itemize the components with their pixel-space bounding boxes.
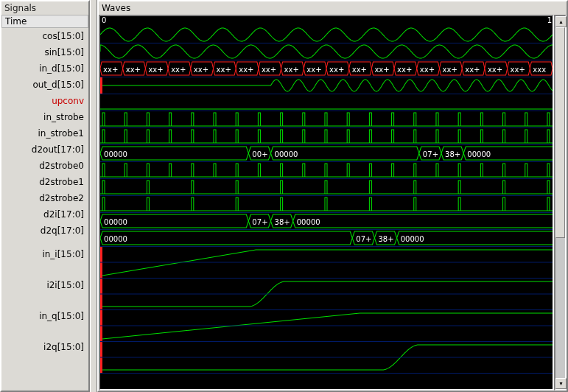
waveform-row[interactable]: 0000000+0000007+38+00000 — [100, 145, 553, 162]
signal-name[interactable]: sin[15:0] — [1, 44, 88, 60]
scroll-v-track[interactable] — [555, 27, 565, 378]
svg-text:00000: 00000 — [104, 235, 127, 243]
scrollbar-vertical[interactable]: ▴ ▾ — [554, 15, 567, 391]
waveform-row[interactable] — [100, 196, 553, 213]
signal-name[interactable]: in_strobe — [1, 109, 88, 125]
svg-text:xx+: xx+ — [329, 66, 344, 74]
scroll-v-thumb[interactable] — [555, 27, 565, 238]
signal-name[interactable]: cos[15:0] — [1, 28, 88, 44]
svg-text:00000: 00000 — [104, 150, 127, 158]
waveform-row[interactable] — [100, 342, 553, 374]
svg-text:38+: 38+ — [445, 150, 460, 158]
waveform-row[interactable] — [100, 279, 553, 310]
svg-text:07+: 07+ — [356, 235, 371, 243]
svg-text:xx+: xx+ — [148, 66, 163, 74]
waveform-row[interactable] — [100, 162, 553, 179]
waveform-row[interactable] — [100, 247, 553, 279]
waveform-row[interactable] — [100, 94, 553, 111]
signal-name[interactable]: d2i[17:0] — [1, 206, 88, 223]
ruler-end: 1 — [547, 16, 552, 24]
waves-area: 0 1 xx+xx+xx+xx+xx+xx+xx+xx+xx+xx+xx+xx+… — [99, 15, 567, 391]
waveform-row[interactable]: xx+xx+xx+xx+xx+xx+xx+xx+xx+xx+xx+xx+xx+x… — [100, 60, 553, 77]
svg-text:xx+: xx+ — [284, 66, 299, 74]
waveform-row[interactable] — [100, 111, 553, 128]
waves-panel: Waves 0 1 xx+xx+xx+xx+xx+xx+xx+xx+xx+xx+… — [97, 0, 568, 392]
signal-name[interactable]: upconv — [1, 93, 88, 109]
scroll-up-icon[interactable]: ▴ — [555, 16, 567, 27]
waveform-row[interactable] — [100, 77, 553, 94]
waveform-row[interactable]: 0000007+38+00000 — [100, 213, 553, 230]
svg-text:xx+: xx+ — [443, 66, 457, 74]
signal-name[interactable]: d2q[17:0] — [1, 223, 88, 239]
svg-text:07+: 07+ — [423, 150, 438, 158]
svg-text:xx+: xx+ — [397, 66, 412, 74]
pane-divider[interactable] — [90, 0, 97, 392]
signal-list[interactable]: cos[15:0]sin[15:0]in_d[15:0]out_d[15:0]u… — [1, 28, 88, 391]
svg-text:xx+: xx+ — [239, 66, 253, 74]
svg-text:xx+: xx+ — [103, 66, 118, 74]
svg-text:xx+: xx+ — [262, 66, 276, 74]
signal-name[interactable]: d2strobe0 — [1, 158, 88, 174]
time-header[interactable]: Time — [1, 15, 88, 28]
waveform-row[interactable] — [100, 27, 553, 43]
waveform-row[interactable] — [100, 43, 553, 60]
waveform-row[interactable] — [100, 128, 553, 145]
signal-name[interactable]: in_i[15:0] — [1, 239, 88, 270]
signals-panel-title: Signals — [1, 1, 88, 15]
svg-text:xx+: xx+ — [126, 66, 141, 74]
svg-text:00000: 00000 — [275, 150, 298, 158]
svg-text:xx+: xx+ — [306, 66, 321, 74]
waveform-row[interactable]: 0000007+38+00000 — [100, 230, 553, 247]
svg-text:xx+: xx+ — [465, 66, 480, 74]
waveform-canvas[interactable]: 0 1 xx+xx+xx+xx+xx+xx+xx+xx+xx+xx+xx+xx+… — [99, 15, 554, 391]
signal-name[interactable]: in_d[15:0] — [1, 60, 88, 77]
svg-text:xx+: xx+ — [217, 66, 231, 74]
app-root: Signals Time cos[15:0]sin[15:0]in_d[15:0… — [0, 0, 568, 392]
svg-text:xx+: xx+ — [352, 66, 367, 74]
svg-text:xx+: xx+ — [374, 66, 389, 74]
scroll-down-icon[interactable]: ▾ — [555, 378, 567, 389]
svg-text:xx+: xx+ — [488, 66, 502, 74]
waveform-row[interactable] — [100, 310, 553, 342]
waves-panel-title: Waves — [99, 1, 567, 15]
svg-text:xxx: xxx — [533, 66, 546, 74]
signals-panel: Signals Time cos[15:0]sin[15:0]in_d[15:0… — [0, 0, 90, 392]
svg-text:xx+: xx+ — [171, 66, 186, 74]
svg-text:38+: 38+ — [378, 235, 393, 243]
svg-text:38+: 38+ — [275, 218, 290, 226]
svg-text:00+: 00+ — [252, 150, 267, 158]
signal-name[interactable]: out_d[15:0] — [1, 77, 88, 93]
signal-name[interactable]: i2i[15:0] — [1, 270, 88, 301]
signal-name[interactable]: in_strobe1 — [1, 125, 88, 141]
svg-text:00000: 00000 — [297, 218, 320, 226]
svg-text:07+: 07+ — [252, 218, 267, 226]
time-ruler[interactable]: 0 1 — [100, 16, 553, 27]
svg-text:00000: 00000 — [401, 235, 424, 243]
svg-text:xx+: xx+ — [194, 66, 208, 74]
signal-name[interactable]: i2q[15:0] — [1, 332, 88, 363]
svg-text:00000: 00000 — [104, 218, 127, 226]
svg-text:xx+: xx+ — [511, 66, 525, 74]
signal-name[interactable]: in_q[15:0] — [1, 301, 88, 332]
signal-name[interactable]: d2out[17:0] — [1, 141, 88, 158]
signal-name[interactable]: d2strobe1 — [1, 174, 88, 190]
signal-name[interactable]: d2strobe2 — [1, 190, 88, 206]
svg-text:xx+: xx+ — [420, 66, 435, 74]
ruler-start: 0 — [102, 16, 106, 24]
svg-text:00000: 00000 — [467, 150, 491, 158]
waveform-row[interactable] — [100, 179, 553, 196]
